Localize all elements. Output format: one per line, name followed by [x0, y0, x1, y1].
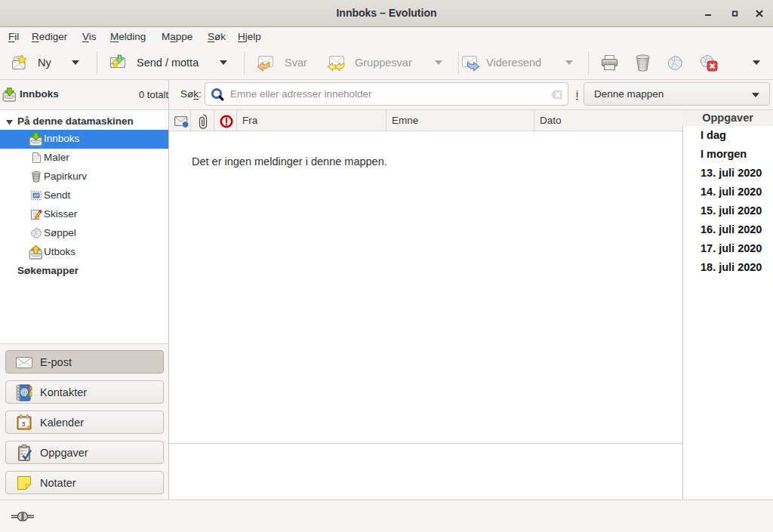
svg-text:@: @ [20, 387, 28, 396]
svg-text:3: 3 [21, 420, 25, 428]
